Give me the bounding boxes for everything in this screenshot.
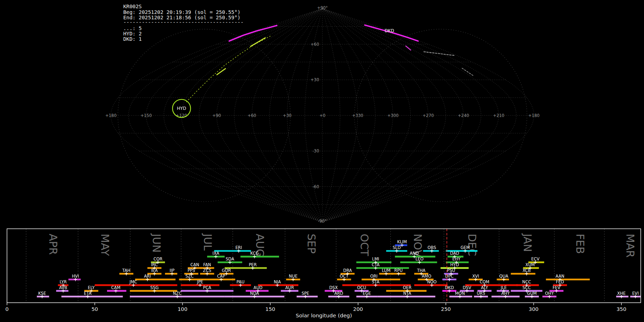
shower-label-OER: OER (403, 285, 411, 290)
shower-label-ORI: ORI (370, 274, 377, 279)
shower-label-IXA: IXA (213, 251, 219, 256)
count-sporadic: ...: 5 (123, 25, 142, 31)
shower-label-DAD: DAD (450, 251, 459, 256)
shower-label-OHY: OHY (545, 291, 554, 296)
lat-label: +30 (311, 77, 319, 82)
shower-label-CTA: CTA (372, 262, 380, 267)
lon-label: +270 (423, 113, 434, 118)
month-label: MAY (99, 234, 111, 256)
shower-label-NIA: NIA (274, 279, 281, 284)
shower-label-CAP: CAP (217, 274, 225, 279)
radiant-map-screen: +180+150+120+90+60+30+0+330+300+270+240+… (0, 0, 644, 322)
shower-label-XCB: XCB (522, 268, 531, 273)
x-tick-label: 150 (265, 306, 275, 312)
sky-map: +180+150+120+90+60+30+0+330+300+270+240+… (105, 5, 540, 224)
shower-label-SCC: SCC (522, 285, 531, 290)
shower-label-LMI: LMI (372, 257, 379, 262)
lon-label: +90 (212, 113, 221, 118)
month-label: JAN (521, 233, 534, 252)
shower-label-URS: URS (477, 291, 485, 296)
shower-label-KLIM: KLIM (397, 239, 407, 244)
shower-label-SDA: SDA (226, 257, 234, 262)
shower-label-PCA: PCA (203, 285, 211, 290)
shower-label-QUA: QUA (499, 274, 508, 279)
lon-label: +30 (283, 113, 292, 118)
x-tick-label: 200 (353, 306, 363, 312)
lon-label: +180 (105, 113, 117, 118)
shower-label-DPC: DPC (445, 274, 454, 279)
shower-label-IRC: IRC (151, 262, 158, 267)
month-label: FEB (574, 234, 586, 254)
shower-label-AMO: AMO (422, 274, 431, 279)
hyd-meteor-1 (250, 38, 265, 47)
shower-label-AND: AND (410, 251, 419, 256)
lon-label: +0 (319, 113, 326, 118)
shower-label-RPU: RPU (394, 268, 402, 273)
shower-label-SSG: SSG (150, 285, 158, 290)
map-radiants: HYDDKD (172, 28, 394, 118)
shower-label-PPS: PPS (187, 268, 195, 273)
lon-label: +60 (248, 113, 256, 118)
x-tick-label: 100 (177, 306, 187, 312)
shower-label-JLE: JLE (501, 285, 507, 290)
lon-label: +300 (387, 113, 399, 118)
x-tick-label: 350 (616, 306, 626, 312)
beg-time: Beg: 20251202 20:19:39 (sol = 250.55°) (123, 9, 240, 15)
month-label: JUN (150, 233, 163, 253)
map-meridian (217, 9, 323, 222)
shower-label-OBS: OBS (428, 245, 436, 250)
shower-label-OCT: OCT (340, 274, 349, 279)
shower-label-LUM: LUM (382, 268, 390, 273)
month-label: APR (47, 234, 59, 255)
shower-label-EVI: EVI (632, 291, 639, 296)
shower-label-IIP: IIP (170, 268, 175, 273)
shower-label-HYD: HYD (450, 262, 459, 267)
shower-label-LYR: LYR (60, 279, 67, 284)
x-tick-label: 250 (441, 306, 451, 312)
hyd-meteor-2 (217, 69, 225, 75)
shower-label-DSX: DSX (329, 285, 338, 290)
shower-label-AVB: AVB (59, 285, 67, 290)
shower-label-MON: MON (455, 291, 465, 296)
shower-label-SPE: SPE (302, 291, 309, 296)
map-axis-labels: +180+150+120+90+60+30+0+330+300+270+240+… (105, 5, 540, 224)
x-tick-label: 300 (529, 306, 538, 312)
activity-timeline: APRMAYJUNJULAUGSEPOCTNOVDECJANFEBMAR KLI… (5, 229, 641, 319)
separator-line: --------------------------------------- (123, 19, 243, 25)
month-label: SEP (305, 234, 318, 254)
lon-label: +180 (528, 113, 540, 118)
shower-label-JMC: JMC (129, 279, 137, 284)
shower-label-AAN: AAN (556, 274, 565, 279)
shower-label-XHE: XHE (617, 291, 626, 296)
shower-label-EHY: EHY (452, 257, 461, 262)
shower-label-ETA: ETA (84, 291, 92, 296)
hyd-great-circle (186, 36, 270, 102)
shower-label-NDA: NDA (250, 291, 259, 296)
lat-label: -90° (318, 219, 327, 224)
shower-label-OCU: OCU (357, 285, 366, 290)
shower-label-COR: COR (153, 257, 162, 262)
shower-label-AHY: AHY (501, 291, 510, 296)
lon-label: +150 (141, 113, 152, 118)
lon-label: +330 (352, 113, 364, 118)
shower-label-PER: PER (249, 262, 257, 267)
x-tick-label: 0 (5, 306, 9, 312)
shower-label-ALY: ALY (481, 285, 488, 290)
shower-label-AUR: AUR (285, 285, 294, 290)
month-label: JUL (201, 233, 214, 251)
shower-label-KSE: KSE (38, 291, 46, 296)
shower-label-FEV: FEV (552, 285, 560, 290)
shower-label-DKD: DKD (445, 285, 454, 290)
timeline-bars: KLIMERISLDOBSGEMIXAKCGANDDADCORSDALMILEO… (37, 239, 641, 298)
shower-label-DRA: DRA (343, 268, 352, 273)
map-meridian (322, 9, 375, 222)
lon-label: +240 (458, 113, 469, 118)
shower-label-HVI: HVI (72, 274, 79, 279)
shower-label-CAN: CAN (190, 262, 199, 267)
shower-label-THA: THA (417, 268, 426, 273)
x-tick-label: 50 (92, 306, 98, 312)
shower-label-ARI: ARI (144, 274, 151, 279)
shower-label-GEM: GEM (460, 245, 470, 250)
info-block: KR002S Beg: 20251202 20:19:39 (sol = 250… (123, 4, 243, 42)
map-meridian (128, 9, 322, 222)
